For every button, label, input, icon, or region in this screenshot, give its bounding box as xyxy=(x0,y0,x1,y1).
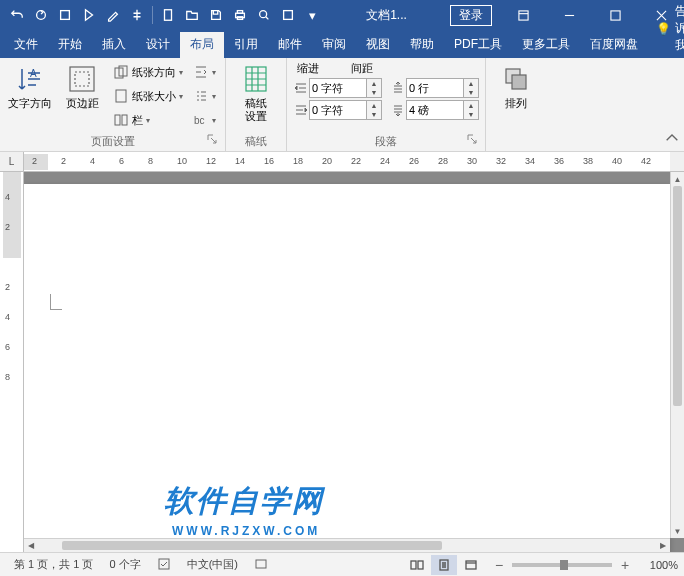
vscroll-thumb[interactable] xyxy=(673,186,682,406)
read-mode-button[interactable] xyxy=(404,555,430,575)
tab-home[interactable]: 开始 xyxy=(48,32,92,58)
group-arrange: 排列 xyxy=(486,58,546,151)
web-layout-button[interactable] xyxy=(458,555,484,575)
spacing-after-spinner[interactable]: 4 磅 ▲▼ xyxy=(390,100,479,120)
orientation-button[interactable]: 纸张方向▾ xyxy=(110,61,186,83)
maximize-icon[interactable] xyxy=(592,0,638,30)
manuscript-button[interactable]: 稿纸 设置 xyxy=(232,61,280,125)
scroll-down-icon[interactable]: ▼ xyxy=(671,524,684,538)
watermark-text: 软件自学网 xyxy=(164,481,324,522)
svg-rect-12 xyxy=(75,72,89,86)
indent-right-spinner[interactable]: 0 字符 ▲▼ xyxy=(293,100,382,120)
page-status[interactable]: 第 1 页，共 1 页 xyxy=(6,557,101,572)
columns-button[interactable]: 栏▾ xyxy=(110,109,186,131)
tab-file[interactable]: 文件 xyxy=(4,32,48,58)
paragraph-launcher[interactable] xyxy=(465,134,479,148)
spacing-before-value[interactable]: 0 行 xyxy=(406,78,464,98)
qat-icon-6[interactable] xyxy=(126,4,148,26)
collapse-ribbon-icon[interactable] xyxy=(664,131,680,147)
tab-view[interactable]: 视图 xyxy=(356,32,400,58)
zoom-percent[interactable]: 100% xyxy=(638,559,678,571)
scroll-up-icon[interactable]: ▲ xyxy=(671,172,684,186)
page[interactable]: 软件自学网 WWW.RJZXW.COM xyxy=(24,184,670,552)
qat-icon-3[interactable] xyxy=(54,4,76,26)
tab-layout[interactable]: 布局 xyxy=(180,32,224,58)
print-layout-button[interactable] xyxy=(431,555,457,575)
hyphenation-button[interactable]: bc▾ xyxy=(190,109,219,131)
tab-references[interactable]: 引用 xyxy=(224,32,268,58)
tab-mailings[interactable]: 邮件 xyxy=(268,32,312,58)
scroll-left-icon[interactable]: ◀ xyxy=(24,539,38,552)
new-icon[interactable] xyxy=(157,4,179,26)
spin-up[interactable]: ▲ xyxy=(367,101,381,110)
preview-icon[interactable] xyxy=(253,4,275,26)
tab-more[interactable]: 更多工具 xyxy=(512,32,580,58)
spacing-after-value[interactable]: 4 磅 xyxy=(406,100,464,120)
zoom-thumb[interactable] xyxy=(560,560,568,570)
ruler-corner[interactable]: L xyxy=(0,152,24,172)
horizontal-ruler[interactable]: 2246810121416182022242628303234363840424… xyxy=(24,152,670,172)
word-count[interactable]: 0 个字 xyxy=(101,557,148,572)
separator xyxy=(152,6,153,24)
spin-down[interactable]: ▼ xyxy=(464,110,478,119)
redo-icon[interactable] xyxy=(30,4,52,26)
scroll-right-icon[interactable]: ▶ xyxy=(656,539,670,552)
spin-down[interactable]: ▼ xyxy=(464,88,478,97)
svg-rect-21 xyxy=(512,75,526,89)
line-numbers-icon xyxy=(193,88,209,104)
tab-help[interactable]: 帮助 xyxy=(400,32,444,58)
spin-up[interactable]: ▲ xyxy=(367,79,381,88)
indent-right-value[interactable]: 0 字符 xyxy=(309,100,367,120)
breaks-button[interactable]: ▾ xyxy=(190,61,219,83)
tab-insert[interactable]: 插入 xyxy=(92,32,136,58)
qat-icon-4[interactable] xyxy=(78,4,100,26)
minimize-icon[interactable] xyxy=(546,0,592,30)
zoom-out-button[interactable]: − xyxy=(492,557,506,573)
manuscript-label: 稿纸 设置 xyxy=(245,97,267,123)
size-button[interactable]: 纸张大小▾ xyxy=(110,85,186,107)
document-canvas[interactable]: 软件自学网 WWW.RJZXW.COM ▲ ▼ xyxy=(24,172,684,552)
tab-review[interactable]: 审阅 xyxy=(312,32,356,58)
ribbon-options-icon[interactable] xyxy=(500,0,546,30)
language-status[interactable]: 中文(中国) xyxy=(179,557,246,572)
text-direction-button[interactable]: A 文字方向 xyxy=(6,61,54,112)
save-icon[interactable] xyxy=(205,4,227,26)
spin-up[interactable]: ▲ xyxy=(464,79,478,88)
qat-customize-icon[interactable]: ▾ xyxy=(301,4,323,26)
qat-icon-12[interactable] xyxy=(277,4,299,26)
size-label: 纸张大小 xyxy=(132,89,176,104)
qat-icon-5[interactable] xyxy=(102,4,124,26)
accessibility-icon[interactable] xyxy=(246,557,276,573)
horizontal-scrollbar[interactable]: ◀ ▶ xyxy=(24,538,670,552)
svg-rect-7 xyxy=(284,11,293,20)
spin-up[interactable]: ▲ xyxy=(464,101,478,110)
proofing-icon[interactable] xyxy=(149,557,179,573)
print-icon[interactable] xyxy=(229,4,251,26)
tell-me[interactable]: 💡 告诉我 xyxy=(648,0,684,58)
zoom-in-button[interactable]: + xyxy=(618,557,632,573)
line-numbers-button[interactable]: ▾ xyxy=(190,85,219,107)
text-cursor xyxy=(50,294,62,310)
tell-me-label: 告诉我 xyxy=(675,3,684,54)
login-button[interactable]: 登录 xyxy=(450,5,492,26)
svg-point-0 xyxy=(37,11,46,20)
spacing-before-spinner[interactable]: 0 行 ▲▼ xyxy=(390,78,479,98)
tab-design[interactable]: 设计 xyxy=(136,32,180,58)
indent-left-spinner[interactable]: 0 字符 ▲▼ xyxy=(293,78,382,98)
arrange-button[interactable]: 排列 xyxy=(492,61,540,112)
margins-button[interactable]: 页边距 xyxy=(58,61,106,112)
spin-down[interactable]: ▼ xyxy=(367,110,381,119)
tab-pdf[interactable]: PDF工具 xyxy=(444,32,512,58)
open-icon[interactable] xyxy=(181,4,203,26)
vertical-ruler[interactable]: 422468 xyxy=(0,172,24,552)
scroll-corner-top xyxy=(670,152,684,172)
indent-left-value[interactable]: 0 字符 xyxy=(309,78,367,98)
group-paragraph: 缩进 间距 0 字符 ▲▼ 0 行 ▲▼ 0 字符 xyxy=(287,58,486,151)
tab-baidu[interactable]: 百度网盘 xyxy=(580,32,648,58)
zoom-slider[interactable] xyxy=(512,563,612,567)
page-setup-launcher[interactable] xyxy=(205,134,219,148)
spin-down[interactable]: ▼ xyxy=(367,88,381,97)
undo-icon[interactable] xyxy=(6,4,28,26)
hscroll-thumb[interactable] xyxy=(62,541,442,550)
vertical-scrollbar[interactable]: ▲ ▼ xyxy=(670,172,684,538)
